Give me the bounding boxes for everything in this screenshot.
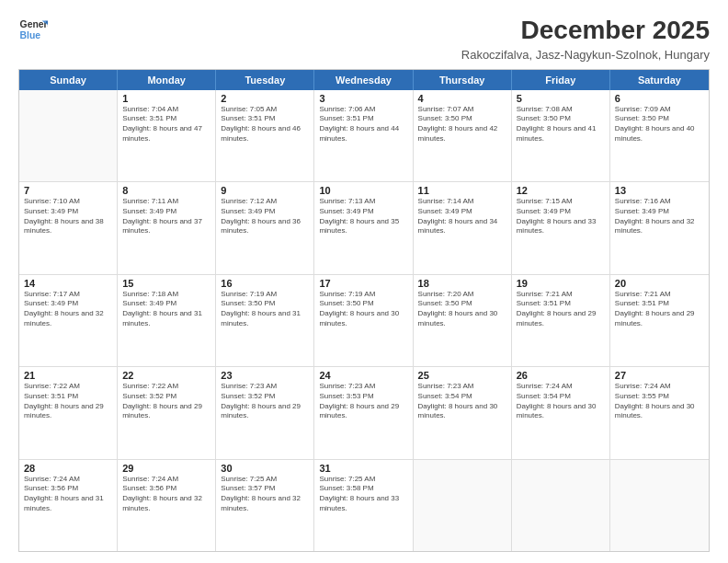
cell-info: Sunrise: 7:09 AMSunset: 3:50 PMDaylight:… <box>615 105 704 144</box>
day-number: 5 <box>517 93 605 104</box>
calendar-cell <box>610 460 709 551</box>
day-number: 12 <box>517 185 605 196</box>
calendar-cell: 5 Sunrise: 7:08 AMSunset: 3:50 PMDayligh… <box>512 90 610 181</box>
day-number: 20 <box>615 278 704 289</box>
day-number: 11 <box>418 185 506 196</box>
cell-info: Sunrise: 7:24 AMSunset: 3:54 PMDaylight:… <box>517 382 605 421</box>
day-number: 22 <box>122 370 210 381</box>
cell-info: Sunrise: 7:20 AMSunset: 3:50 PMDaylight:… <box>418 290 506 329</box>
day-number: 9 <box>221 185 309 196</box>
cell-info: Sunrise: 7:24 AMSunset: 3:56 PMDaylight:… <box>122 475 210 514</box>
day-number: 28 <box>24 463 112 474</box>
header-monday: Monday <box>118 70 216 90</box>
calendar-cell: 11 Sunrise: 7:14 AMSunset: 3:49 PMDaylig… <box>414 182 512 273</box>
calendar-cell: 6 Sunrise: 7:09 AMSunset: 3:50 PMDayligh… <box>610 90 709 181</box>
header: General Blue December 2025 Rakoczifalva,… <box>18 15 710 62</box>
header-thursday: Thursday <box>414 70 512 90</box>
day-number: 29 <box>122 463 210 474</box>
day-number: 3 <box>319 93 407 104</box>
main-title: December 2025 <box>461 15 710 46</box>
cell-info: Sunrise: 7:14 AMSunset: 3:49 PMDaylight:… <box>418 197 506 236</box>
calendar-cell: 28 Sunrise: 7:24 AMSunset: 3:56 PMDaylig… <box>19 460 118 551</box>
header-sunday: Sunday <box>19 70 118 90</box>
day-number: 2 <box>221 93 309 104</box>
cell-info: Sunrise: 7:23 AMSunset: 3:54 PMDaylight:… <box>418 382 506 421</box>
day-number: 16 <box>221 278 309 289</box>
day-number: 24 <box>319 370 407 381</box>
calendar-cell: 17 Sunrise: 7:19 AMSunset: 3:50 PMDaylig… <box>314 275 413 366</box>
day-number: 23 <box>221 370 309 381</box>
cell-info: Sunrise: 7:05 AMSunset: 3:51 PMDaylight:… <box>221 105 309 144</box>
calendar-cell: 27 Sunrise: 7:24 AMSunset: 3:55 PMDaylig… <box>610 367 709 458</box>
day-number: 14 <box>24 278 112 289</box>
cell-info: Sunrise: 7:22 AMSunset: 3:51 PMDaylight:… <box>24 382 112 421</box>
day-number: 31 <box>319 463 407 474</box>
calendar-cell: 10 Sunrise: 7:13 AMSunset: 3:49 PMDaylig… <box>314 182 413 273</box>
cell-info: Sunrise: 7:15 AMSunset: 3:49 PMDaylight:… <box>517 197 605 236</box>
calendar-cell: 30 Sunrise: 7:25 AMSunset: 3:57 PMDaylig… <box>216 460 314 551</box>
day-number: 4 <box>418 93 506 104</box>
day-number: 17 <box>319 278 407 289</box>
day-number: 13 <box>615 185 704 196</box>
cell-info: Sunrise: 7:11 AMSunset: 3:49 PMDaylight:… <box>122 197 210 236</box>
cell-info: Sunrise: 7:23 AMSunset: 3:52 PMDaylight:… <box>221 382 309 421</box>
calendar-cell <box>19 90 118 181</box>
cell-info: Sunrise: 7:17 AMSunset: 3:49 PMDaylight:… <box>24 290 112 329</box>
day-number: 30 <box>221 463 309 474</box>
calendar-body: 1 Sunrise: 7:04 AMSunset: 3:51 PMDayligh… <box>19 90 709 551</box>
week-2: 7 Sunrise: 7:10 AMSunset: 3:49 PMDayligh… <box>19 182 709 274</box>
cell-info: Sunrise: 7:04 AMSunset: 3:51 PMDaylight:… <box>122 105 210 144</box>
logo: General Blue <box>18 15 48 44</box>
calendar-cell: 14 Sunrise: 7:17 AMSunset: 3:49 PMDaylig… <box>19 275 118 366</box>
calendar-cell: 19 Sunrise: 7:21 AMSunset: 3:51 PMDaylig… <box>512 275 610 366</box>
calendar-cell <box>414 460 512 551</box>
calendar-cell: 23 Sunrise: 7:23 AMSunset: 3:52 PMDaylig… <box>216 367 314 458</box>
calendar-cell: 21 Sunrise: 7:22 AMSunset: 3:51 PMDaylig… <box>19 367 118 458</box>
page: General Blue December 2025 Rakoczifalva,… <box>0 0 728 563</box>
calendar-cell: 12 Sunrise: 7:15 AMSunset: 3:49 PMDaylig… <box>512 182 610 273</box>
calendar-cell: 31 Sunrise: 7:25 AMSunset: 3:58 PMDaylig… <box>314 460 413 551</box>
day-number: 1 <box>122 93 210 104</box>
week-4: 21 Sunrise: 7:22 AMSunset: 3:51 PMDaylig… <box>19 367 709 459</box>
cell-info: Sunrise: 7:10 AMSunset: 3:49 PMDaylight:… <box>24 197 112 236</box>
day-number: 27 <box>615 370 704 381</box>
calendar: Sunday Monday Tuesday Wednesday Thursday… <box>18 69 710 552</box>
cell-info: Sunrise: 7:21 AMSunset: 3:51 PMDaylight:… <box>517 290 605 329</box>
calendar-cell <box>512 460 610 551</box>
calendar-cell: 25 Sunrise: 7:23 AMSunset: 3:54 PMDaylig… <box>414 367 512 458</box>
calendar-cell: 26 Sunrise: 7:24 AMSunset: 3:54 PMDaylig… <box>512 367 610 458</box>
week-5: 28 Sunrise: 7:24 AMSunset: 3:56 PMDaylig… <box>19 460 709 551</box>
calendar-cell: 9 Sunrise: 7:12 AMSunset: 3:49 PMDayligh… <box>216 182 314 273</box>
day-number: 10 <box>319 185 407 196</box>
logo-icon: General Blue <box>18 15 48 44</box>
calendar-cell: 22 Sunrise: 7:22 AMSunset: 3:52 PMDaylig… <box>118 367 216 458</box>
day-number: 7 <box>24 185 112 196</box>
calendar-cell: 16 Sunrise: 7:19 AMSunset: 3:50 PMDaylig… <box>216 275 314 366</box>
cell-info: Sunrise: 7:07 AMSunset: 3:50 PMDaylight:… <box>418 105 506 144</box>
calendar-cell: 18 Sunrise: 7:20 AMSunset: 3:50 PMDaylig… <box>414 275 512 366</box>
cell-info: Sunrise: 7:16 AMSunset: 3:49 PMDaylight:… <box>615 197 704 236</box>
calendar-cell: 4 Sunrise: 7:07 AMSunset: 3:50 PMDayligh… <box>414 90 512 181</box>
week-3: 14 Sunrise: 7:17 AMSunset: 3:49 PMDaylig… <box>19 275 709 367</box>
header-friday: Friday <box>512 70 610 90</box>
svg-text:Blue: Blue <box>20 30 41 40</box>
cell-info: Sunrise: 7:21 AMSunset: 3:51 PMDaylight:… <box>615 290 704 329</box>
calendar-cell: 3 Sunrise: 7:06 AMSunset: 3:51 PMDayligh… <box>314 90 413 181</box>
calendar-cell: 8 Sunrise: 7:11 AMSunset: 3:49 PMDayligh… <box>118 182 216 273</box>
cell-info: Sunrise: 7:06 AMSunset: 3:51 PMDaylight:… <box>319 105 407 144</box>
cell-info: Sunrise: 7:18 AMSunset: 3:49 PMDaylight:… <box>122 290 210 329</box>
header-saturday: Saturday <box>610 70 709 90</box>
day-number: 15 <box>122 278 210 289</box>
cell-info: Sunrise: 7:19 AMSunset: 3:50 PMDaylight:… <box>221 290 309 329</box>
day-number: 25 <box>418 370 506 381</box>
calendar-cell: 15 Sunrise: 7:18 AMSunset: 3:49 PMDaylig… <box>118 275 216 366</box>
day-number: 21 <box>24 370 112 381</box>
calendar-cell: 29 Sunrise: 7:24 AMSunset: 3:56 PMDaylig… <box>118 460 216 551</box>
calendar-cell: 2 Sunrise: 7:05 AMSunset: 3:51 PMDayligh… <box>216 90 314 181</box>
cell-info: Sunrise: 7:24 AMSunset: 3:56 PMDaylight:… <box>24 475 112 514</box>
calendar-header: Sunday Monday Tuesday Wednesday Thursday… <box>19 70 709 90</box>
title-block: December 2025 Rakoczifalva, Jasz-Nagykun… <box>461 15 710 62</box>
cell-info: Sunrise: 7:13 AMSunset: 3:49 PMDaylight:… <box>319 197 407 236</box>
day-number: 6 <box>615 93 704 104</box>
header-tuesday: Tuesday <box>216 70 314 90</box>
